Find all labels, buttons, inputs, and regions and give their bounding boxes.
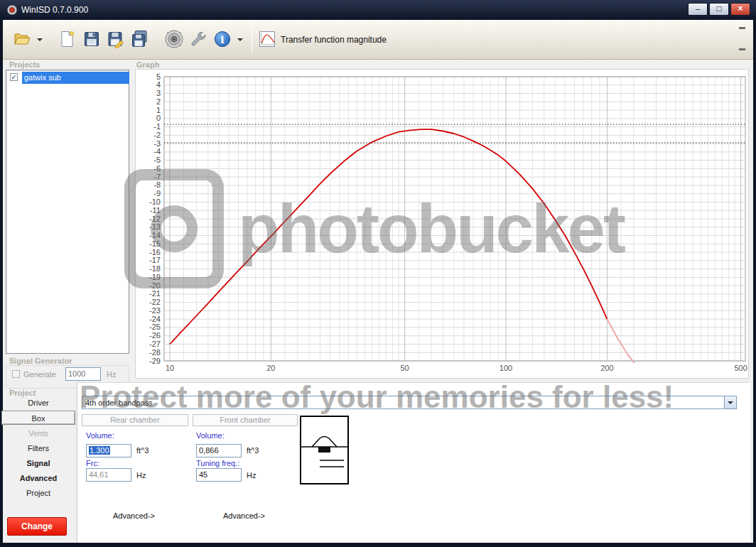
svg-text:-10: -10	[149, 197, 161, 206]
box-type-value: 4th order bandpass	[85, 397, 153, 408]
options-button[interactable]	[186, 25, 210, 55]
svg-text:-28: -28	[149, 348, 161, 357]
projects-list[interactable]: ✓ gatwix sub	[6, 70, 129, 354]
svg-text:-25: -25	[149, 323, 161, 331]
change-button[interactable]: Change	[7, 517, 67, 536]
save-copy-icon	[131, 30, 149, 50]
frc-input: 44,61	[86, 468, 131, 482]
svg-text:-17: -17	[149, 256, 161, 264]
front-advanced-link[interactable]: Advanced->	[223, 511, 265, 520]
pane-grip-top[interactable]	[739, 27, 745, 29]
nav-item-driver[interactable]: Driver	[1, 396, 75, 410]
front-chamber-header: Front chamber	[193, 414, 298, 426]
graph-type-selector[interactable]: Transfer function magnitude	[258, 25, 387, 55]
svg-text:2: 2	[156, 97, 161, 106]
generate-label: Generate	[23, 370, 56, 379]
frc-unit: Hz	[136, 471, 146, 480]
new-project-button[interactable]	[55, 25, 80, 55]
svg-text:-24: -24	[149, 315, 161, 323]
svg-text:-13: -13	[149, 222, 161, 231]
nav-item-filters[interactable]: Filters	[1, 441, 75, 455]
svg-text:100: 100	[500, 364, 512, 372]
open-recent-dropdown[interactable]	[34, 25, 45, 55]
driver-editor-button[interactable]	[162, 25, 186, 55]
nav-item-signal[interactable]: Signal	[1, 456, 75, 470]
rear-advanced-link[interactable]: Advanced->	[113, 511, 155, 520]
svg-text:-3: -3	[153, 139, 161, 148]
svg-text:i: i	[220, 33, 224, 45]
rear-volume-value: 1.300	[89, 446, 110, 455]
save-copy-button[interactable]	[128, 25, 152, 55]
window-controls: – □ ×	[688, 3, 750, 16]
titlebar[interactable]: WinISD 0.7.0.900 – □ ×	[0, 0, 756, 20]
new-document-icon	[58, 30, 77, 50]
projects-header: Projects	[9, 60, 40, 69]
app-window: WinISD 0.7.0.900 – □ ×	[0, 0, 756, 547]
svg-text:-12: -12	[149, 215, 161, 223]
svg-text:-15: -15	[149, 239, 161, 248]
frc-label: Frc:	[86, 459, 99, 467]
svg-text:-1: -1	[153, 122, 161, 131]
toolbar: i Transfer function magnitude	[3, 20, 753, 60]
box-type-dropdown-arrow[interactable]	[724, 396, 736, 408]
svg-text:-8: -8	[153, 180, 161, 189]
save-button[interactable]	[80, 25, 104, 55]
svg-text:-26: -26	[149, 331, 161, 340]
box-panel: 4th order bandpass Rear chamber Front ch…	[77, 382, 750, 543]
svg-text:3: 3	[156, 89, 161, 97]
rear-volume-unit: ft^3	[136, 446, 148, 455]
plot-preview-icon	[258, 30, 276, 50]
svg-text:1: 1	[156, 106, 161, 114]
dropdown-caret-icon	[728, 401, 733, 404]
rear-volume-input[interactable]: 1.300	[86, 444, 131, 457]
project-checkbox[interactable]: ✓	[10, 73, 18, 81]
open-folder-icon	[12, 30, 32, 50]
svg-text:4: 4	[156, 80, 161, 89]
nav-item-box[interactable]: Box	[1, 411, 75, 425]
tuning-freq-input[interactable]: 45	[196, 468, 242, 482]
front-volume-unit: ft^3	[247, 446, 259, 455]
rear-volume-label: Volume:	[86, 431, 114, 440]
nav-item-advanced[interactable]: Advanced	[1, 471, 75, 485]
window-title: WinISD 0.7.0.900	[21, 5, 88, 15]
minimize-button[interactable]: –	[688, 3, 708, 16]
maximize-button[interactable]: □	[709, 3, 729, 16]
svg-text:-4: -4	[153, 147, 161, 156]
signal-generator-header: Signal Generator	[9, 357, 72, 365]
save-as-icon	[107, 30, 125, 50]
tuning-freq-label: Tuning freq.:	[196, 459, 239, 467]
nav-item-vents: Vents	[1, 426, 75, 440]
front-volume-label: Volume:	[196, 431, 225, 440]
app-icon	[6, 4, 18, 17]
signal-frequency-input[interactable]: 1000	[65, 367, 101, 381]
svg-text:0: 0	[156, 114, 161, 122]
save-as-button[interactable]	[104, 25, 128, 55]
svg-text:-18: -18	[149, 264, 161, 273]
nav-item-project[interactable]: Project	[1, 486, 75, 500]
svg-text:-2: -2	[153, 131, 161, 139]
transfer-function-plot[interactable]: 543210-1-2-3-4-5-6-7-8-9-10-11-12-13-14-…	[136, 70, 748, 378]
enclosure-diagram	[300, 416, 349, 486]
driver-icon	[163, 28, 185, 51]
front-volume-input[interactable]: 0,866	[196, 444, 242, 457]
svg-text:5: 5	[156, 72, 161, 81]
box-type-select[interactable]: 4th order bandpass	[82, 396, 737, 409]
dropdown-caret-icon	[237, 38, 243, 41]
project-list-item[interactable]: ✓ gatwix sub	[6, 72, 129, 84]
svg-text:10: 10	[166, 364, 174, 372]
save-icon	[82, 30, 101, 50]
close-button[interactable]: ×	[730, 3, 750, 16]
graph-type-label: Transfer function magnitude	[281, 35, 387, 45]
svg-text:-7: -7	[153, 173, 161, 181]
svg-text:-11: -11	[150, 206, 161, 215]
open-project-button[interactable]	[10, 25, 34, 55]
pane-grip-bottom[interactable]	[739, 48, 745, 50]
about-button[interactable]: i	[210, 25, 234, 55]
rear-chamber-header: Rear chamber	[82, 414, 188, 426]
svg-text:-23: -23	[149, 306, 161, 315]
toolbar-separator	[252, 26, 252, 53]
svg-text:200: 200	[600, 364, 613, 372]
svg-text:20: 20	[266, 364, 275, 372]
about-dropdown[interactable]	[234, 25, 246, 55]
graph-header: Graph	[136, 60, 159, 69]
